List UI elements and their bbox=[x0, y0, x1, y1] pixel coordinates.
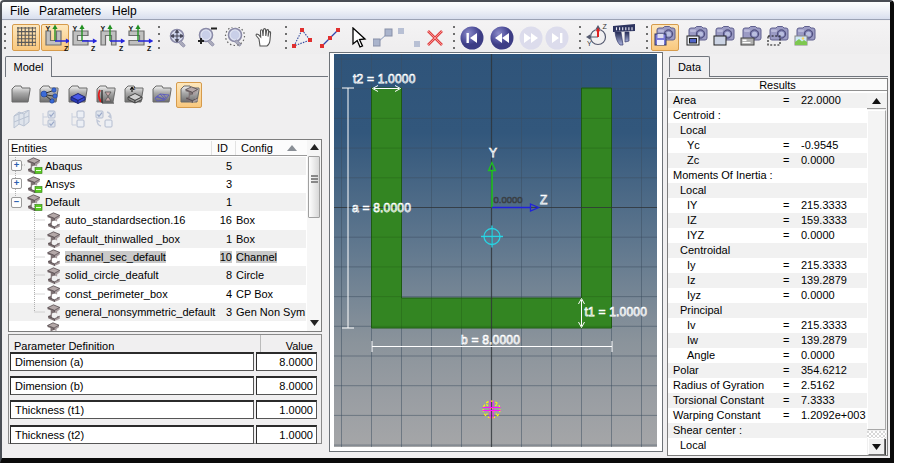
svg-text:0.0000: 0.0000 bbox=[494, 194, 523, 205]
svg-text:Z: Z bbox=[64, 45, 69, 52]
svg-text:Z: Z bbox=[147, 45, 152, 52]
svg-text:Z: Z bbox=[603, 24, 608, 30]
svg-text:t2 = 1.0000: t2 = 1.0000 bbox=[353, 72, 416, 86]
svg-text:Z: Z bbox=[119, 45, 124, 52]
svg-text:Y: Y bbox=[587, 40, 592, 47]
svg-text:Z: Z bbox=[91, 45, 96, 52]
svg-text:a = 8.0000: a = 8.0000 bbox=[352, 201, 411, 215]
svg-text:Z: Z bbox=[540, 193, 548, 207]
svg-text:Y: Y bbox=[489, 146, 497, 160]
svg-text:Y: Y bbox=[101, 25, 106, 32]
svg-text:b = 8.0000: b = 8.0000 bbox=[461, 333, 520, 347]
svg-text:t1 = 1.0000: t1 = 1.0000 bbox=[585, 305, 648, 319]
svg-text:Y: Y bbox=[46, 25, 51, 32]
svg-text:Y: Y bbox=[129, 25, 134, 32]
svg-text:Y: Y bbox=[73, 25, 78, 32]
